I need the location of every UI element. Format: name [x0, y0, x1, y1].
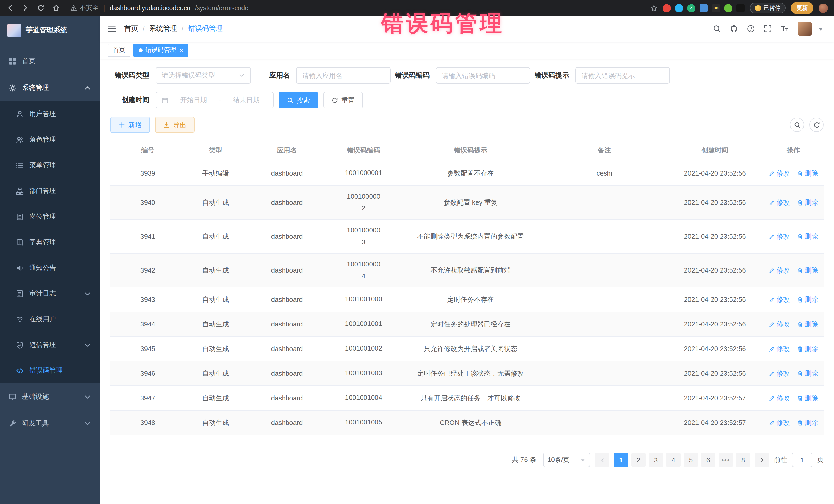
extension-blue-drop-icon[interactable]: [675, 4, 683, 12]
extension-red-circle-icon[interactable]: [663, 4, 671, 12]
font-size-icon[interactable]: [781, 25, 789, 33]
breadcrumb-home[interactable]: 首页: [124, 24, 138, 34]
reload-icon[interactable]: [37, 4, 45, 12]
error-msg-input[interactable]: [575, 67, 670, 84]
pager-more-button[interactable]: •••: [719, 453, 733, 467]
sidebar-item-user[interactable]: 用户管理: [0, 101, 100, 127]
home-icon[interactable]: [52, 4, 60, 12]
caret-down-icon[interactable]: [816, 25, 825, 33]
fullscreen-icon[interactable]: [764, 25, 772, 33]
search-icon[interactable]: [713, 25, 721, 33]
edit-link[interactable]: 修改: [769, 418, 790, 427]
sidebar-item-online-user[interactable]: 在线用户: [0, 306, 100, 332]
refresh-table-button[interactable]: [809, 117, 824, 132]
delete-link[interactable]: 删除: [797, 198, 818, 207]
add-button[interactable]: 新增: [110, 116, 150, 133]
cell-time: 2021-04-20 23:52:57: [667, 410, 763, 435]
warning-icon: [70, 5, 77, 11]
refresh-icon: [332, 97, 338, 104]
error-code-input[interactable]: [436, 67, 530, 84]
extension-green-check-icon[interactable]: ✓: [687, 4, 696, 12]
back-icon[interactable]: [6, 4, 14, 12]
delete-icon: [797, 321, 803, 327]
prev-page-button[interactable]: [595, 453, 609, 467]
error-type-select[interactable]: 请选择错误码类型: [155, 67, 251, 84]
edit-link[interactable]: 修改: [769, 169, 790, 178]
delete-link[interactable]: 删除: [797, 369, 818, 378]
extension-green-leaf-icon[interactable]: [724, 4, 732, 12]
tag-close-icon[interactable]: ×: [180, 47, 183, 53]
goto-page-input[interactable]: [792, 453, 812, 467]
delete-link[interactable]: 删除: [797, 418, 818, 427]
bookmark-star-icon[interactable]: [650, 4, 657, 12]
github-icon[interactable]: [730, 25, 738, 33]
tag-home[interactable]: 首页: [108, 43, 130, 57]
sidebar-item-post[interactable]: 岗位管理: [0, 204, 100, 229]
edit-link[interactable]: 修改: [769, 344, 790, 353]
delete-link[interactable]: 删除: [797, 393, 818, 403]
tag-error-code[interactable]: 错误码管理 ×: [133, 43, 188, 57]
help-icon[interactable]: [747, 25, 755, 33]
sidebar-item-infra[interactable]: 基础设施: [0, 384, 100, 410]
pager-page-3[interactable]: 3: [649, 453, 663, 467]
edit-link[interactable]: 修改: [769, 369, 790, 378]
edit-link[interactable]: 修改: [769, 232, 790, 241]
filter-app-name: 应用名: [251, 67, 391, 84]
paused-extension-badge[interactable]: 已暂停: [750, 3, 786, 13]
page-size-select[interactable]: 10条/页: [543, 453, 590, 467]
delete-link[interactable]: 删除: [797, 169, 818, 178]
pager-page-2[interactable]: 2: [631, 453, 646, 467]
cell-code: 1001001001: [328, 312, 399, 336]
sidebar-item-notice[interactable]: 通知公告: [0, 255, 100, 281]
sidebar-item-audit-log[interactable]: 审计日志: [0, 281, 100, 306]
goto-page-suffix: 页: [817, 455, 824, 464]
delete-link[interactable]: 删除: [797, 344, 818, 353]
delete-link[interactable]: 删除: [797, 295, 818, 304]
sidebar-item-dept[interactable]: 部门管理: [0, 178, 100, 204]
create-time-range-picker[interactable]: 开始日期 - 结束日期: [155, 92, 273, 108]
column-header-app: 应用名: [246, 140, 328, 161]
extension-black-pin-icon[interactable]: [737, 4, 745, 12]
sidebar-item-home[interactable]: 首页: [0, 48, 100, 74]
pager-page-5[interactable]: 5: [684, 453, 698, 467]
breadcrumb-system[interactable]: 系统管理: [149, 24, 177, 34]
hamburger-icon[interactable]: [107, 24, 116, 34]
sidebar-item-sms[interactable]: 短信管理: [0, 332, 100, 358]
edit-link[interactable]: 修改: [769, 266, 790, 275]
pager-page-6[interactable]: 6: [701, 453, 716, 467]
search-button[interactable]: 搜索: [279, 92, 318, 108]
sidebar-item-system[interactable]: 系统管理: [0, 74, 100, 101]
delete-link[interactable]: 删除: [797, 266, 818, 275]
delete-link[interactable]: 删除: [797, 232, 818, 241]
extension-blue-grid-icon[interactable]: [700, 4, 708, 12]
edit-link[interactable]: 修改: [769, 198, 790, 207]
browser-profile-avatar[interactable]: [819, 3, 828, 13]
next-page-button[interactable]: [755, 453, 769, 467]
security-indicator[interactable]: 不安全: [70, 4, 99, 12]
edit-icon: [769, 199, 775, 205]
edit-link[interactable]: 修改: [769, 320, 790, 329]
sidebar-item-error-code[interactable]: 错误码管理: [0, 358, 100, 384]
export-button[interactable]: 导出: [155, 116, 195, 133]
cell-app: dashboard: [246, 161, 328, 185]
pager-page-1[interactable]: 1: [614, 453, 628, 467]
sidebar-logo[interactable]: 芋道管理系统: [0, 16, 100, 45]
sidebar-item-menu[interactable]: 菜单管理: [0, 152, 100, 178]
edit-link[interactable]: 修改: [769, 393, 790, 403]
reset-button[interactable]: 重置: [323, 92, 363, 108]
sidebar-item-dev-tools[interactable]: 研发工具: [0, 410, 100, 437]
browser-update-button[interactable]: 更新: [791, 2, 813, 14]
show-search-button[interactable]: [790, 117, 804, 132]
edit-link[interactable]: 修改: [769, 295, 790, 304]
pager-page-4[interactable]: 4: [666, 453, 681, 467]
forward-icon[interactable]: [22, 4, 29, 12]
user-avatar[interactable]: [797, 22, 812, 36]
sidebar-item-dict[interactable]: 字典管理: [0, 229, 100, 255]
extension-on-badge-icon[interactable]: on: [712, 4, 720, 12]
chevron-down-icon: [84, 420, 91, 427]
pager-page-8[interactable]: 8: [736, 453, 750, 467]
address-bar[interactable]: 不安全 | dashboard.yudao.iocoder.cn/system/…: [70, 4, 644, 12]
sidebar-item-role[interactable]: 角色管理: [0, 127, 100, 152]
app-name-input[interactable]: [296, 67, 391, 84]
delete-link[interactable]: 删除: [797, 320, 818, 329]
